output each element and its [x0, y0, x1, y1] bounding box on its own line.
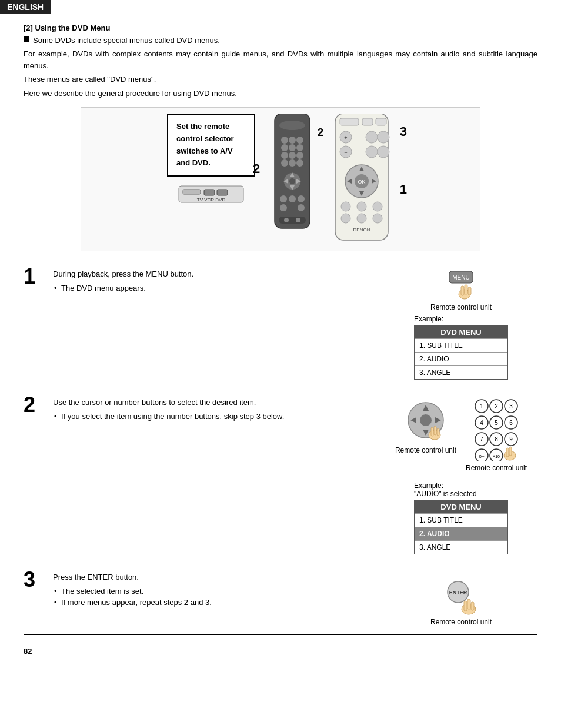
- svg-point-9: [296, 137, 303, 144]
- step-1-example: Example: DVD MENU 1. SUB TITLE 2. AUDIO …: [414, 315, 508, 380]
- svg-point-11: [289, 144, 296, 151]
- step-1-main-text: During playback, press the MENU button.: [53, 268, 379, 280]
- svg-text:3: 3: [509, 403, 513, 410]
- svg-point-54: [373, 202, 382, 211]
- svg-text:2: 2: [495, 403, 498, 410]
- step-2-right: Remote control unit 1 2 3 4: [385, 397, 537, 554]
- svg-text:DENON: DENON: [353, 227, 370, 232]
- selector-box: Set the remote control selector switches…: [167, 114, 255, 177]
- step-1-section: 1 During playback, press the MENU button…: [24, 260, 537, 388]
- bullet-icon: [24, 36, 29, 42]
- svg-point-16: [281, 159, 288, 167]
- svg-rect-63: [465, 285, 468, 294]
- svg-point-29: [298, 204, 305, 211]
- svg-text:4: 4: [480, 420, 483, 426]
- svg-rect-73: [434, 426, 436, 435]
- arrow-pad-svg: [402, 397, 449, 444]
- svg-rect-62: [461, 286, 464, 295]
- step-3-content: Press the ENTER button. The selected ite…: [53, 571, 379, 609]
- svg-text:TV·VCR  DVD: TV·VCR DVD: [197, 197, 226, 202]
- svg-text:9: 9: [509, 436, 513, 443]
- step-2-visuals: Remote control unit 1 2 3 4: [395, 397, 527, 472]
- svg-point-52: [341, 202, 350, 211]
- step-3-right: ENTER Remote control unit: [385, 571, 537, 626]
- step-1-example-label: Example:: [414, 315, 443, 323]
- step-2-example: Example: "AUDIO" is selected DVD MENU 1.…: [414, 481, 508, 554]
- svg-point-53: [357, 202, 366, 211]
- step-2-menu-title: DVD MENU: [415, 501, 507, 513]
- step-3-number: 3: [24, 569, 47, 590]
- svg-point-56: [357, 214, 366, 223]
- svg-point-44: [378, 146, 389, 158]
- intro-para2: These menus are called "DVD menus".: [24, 74, 537, 85]
- selector-line4: and DVD.: [176, 157, 246, 169]
- step-2-dvd-menu: DVD MENU 1. SUB TITLE 2. AUDIO 3. ANGLE: [414, 500, 508, 554]
- svg-rect-35: [362, 118, 373, 125]
- svg-text:1: 1: [480, 403, 483, 410]
- header-bar: ENGLISH: [0, 0, 51, 14]
- svg-point-14: [289, 152, 296, 159]
- step-1-bullet: The DVD menu appears.: [53, 282, 379, 294]
- svg-text:−: −: [344, 149, 347, 155]
- svg-rect-99: [509, 447, 512, 456]
- svg-rect-103: [464, 601, 467, 611]
- svg-text:8: 8: [495, 436, 498, 443]
- svg-point-28: [280, 204, 287, 211]
- selector-line1: Set the remote: [176, 121, 246, 133]
- step-1-number: 1: [24, 266, 47, 287]
- svg-text:7: 7: [480, 436, 483, 443]
- section-title: [2] Using the DVD Menu: [24, 24, 537, 32]
- svg-point-10: [281, 144, 288, 151]
- intro-para3: Here we describe the general procedure f…: [24, 88, 537, 99]
- svg-point-55: [341, 214, 350, 223]
- svg-rect-104: [468, 599, 470, 609]
- svg-rect-36: [376, 118, 386, 125]
- svg-rect-3: [217, 190, 228, 195]
- selector-line3: switches to A/V: [176, 145, 246, 158]
- svg-text:MENU: MENU: [452, 274, 469, 281]
- svg-rect-2: [204, 190, 215, 195]
- step-2-main-text: Use the cursor or number buttons to sele…: [53, 397, 379, 408]
- step-2-menu-item-2: 3. ANGLE: [415, 540, 507, 554]
- step-2-content: Use the cursor or number buttons to sele…: [53, 397, 379, 422]
- step-1-dvd-menu: DVD MENU 1. SUB TITLE 2. AUDIO 3. ANGLE: [414, 325, 508, 380]
- left-remote-area: 2: [266, 114, 319, 233]
- svg-point-41: [366, 131, 378, 143]
- svg-text:0+: 0+: [479, 454, 484, 459]
- svg-point-8: [289, 137, 296, 144]
- step-2-numpad-label: Remote control unit: [466, 464, 527, 472]
- svg-point-7: [281, 137, 288, 144]
- svg-point-32: [296, 218, 300, 222]
- svg-point-17: [289, 159, 296, 167]
- svg-rect-1: [183, 190, 201, 194]
- svg-rect-64: [468, 287, 471, 295]
- menu-button-icon: MENU: [443, 268, 479, 301]
- step-3-bullet-1: The selected item is set.: [53, 586, 379, 597]
- step-2-number: 2: [24, 394, 47, 415]
- svg-rect-105: [471, 602, 474, 610]
- svg-text:5: 5: [495, 420, 498, 426]
- svg-rect-5: [275, 114, 310, 228]
- step-2-section: 2 Use the cursor or number buttons to se…: [24, 388, 537, 563]
- step-1-remote-label: Remote control unit: [430, 303, 492, 311]
- right-remote-area: 2 3 1 + −: [329, 114, 394, 245]
- svg-point-15: [296, 152, 303, 159]
- step-1-right: MENU Remote control unit Example: DVD ME…: [385, 268, 537, 380]
- svg-point-25: [280, 195, 287, 202]
- enter-button-svg: ENTER: [440, 577, 482, 616]
- svg-point-31: [284, 218, 289, 222]
- svg-text:OK: OK: [358, 179, 365, 185]
- step-1-menu-item-1: 2. AUDIO: [415, 352, 507, 365]
- step-3-remote-label: Remote control unit: [430, 618, 492, 626]
- svg-rect-30: [279, 217, 306, 224]
- step-3-main-text: Press the ENTER button.: [53, 571, 379, 583]
- numpad-svg: 1 2 3 4 5 6 7: [470, 397, 523, 461]
- step-1-menu-title: DVD MENU: [415, 326, 507, 338]
- intro-bullet-text: Some DVDs include special menus called D…: [33, 36, 220, 45]
- svg-point-24: [289, 178, 295, 184]
- svg-point-12: [296, 144, 303, 151]
- step-2-example-label: Example: "AUDIO" is selected: [414, 481, 508, 498]
- page-number: 82: [24, 647, 537, 656]
- svg-point-43: [366, 146, 378, 158]
- step-3-bullet-2: If more menus appear, repeat steps 2 and…: [53, 597, 379, 609]
